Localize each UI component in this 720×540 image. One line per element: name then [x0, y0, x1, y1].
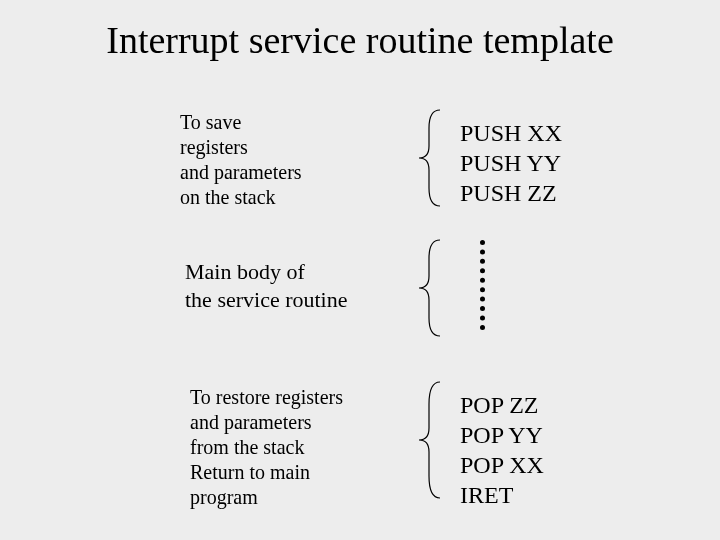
- body-desc: Main body ofthe service routine: [185, 258, 348, 313]
- save-code: PUSH XXPUSH YYPUSH ZZ: [460, 118, 562, 208]
- brace-icon: [415, 108, 445, 208]
- slide: Interrupt service routine template To sa…: [0, 0, 720, 540]
- restore-code: POP ZZPOP YYPOP XXIRET: [460, 390, 544, 510]
- brace-icon: [415, 238, 445, 338]
- restore-desc: To restore registersand parametersfrom t…: [190, 385, 343, 510]
- ellipsis-icon: [480, 240, 485, 330]
- slide-title: Interrupt service routine template: [0, 18, 720, 62]
- save-desc: To saveregistersand parameterson the sta…: [180, 110, 302, 210]
- brace-icon: [415, 380, 445, 500]
